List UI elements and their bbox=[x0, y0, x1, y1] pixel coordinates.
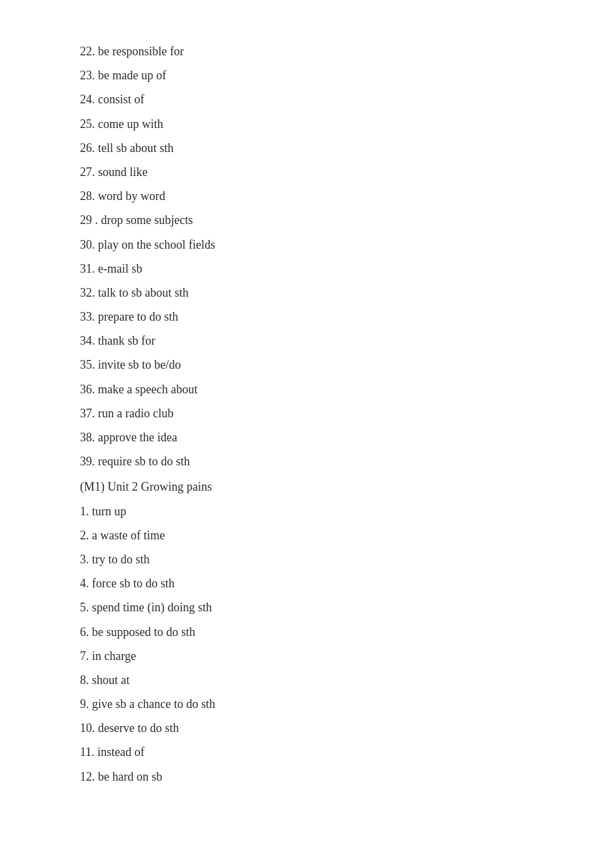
item-22: 22. be responsible for bbox=[80, 40, 560, 63]
item-35: 35. invite sb to be/do bbox=[80, 353, 560, 376]
item-8: 8. shout at bbox=[80, 669, 560, 691]
item-33: 33. prepare to do sth bbox=[80, 305, 560, 328]
main-content: 22. be responsible for23. be made up of2… bbox=[0, 0, 613, 829]
item-38: 38. approve the idea bbox=[80, 426, 560, 449]
item-6: 6. be supposed to do sth bbox=[80, 621, 560, 643]
item-34: 34. thank sb for bbox=[80, 329, 560, 352]
item-9: 9. give sb a chance to do sth bbox=[80, 693, 560, 715]
item-3: 3. try to do sth bbox=[80, 548, 560, 571]
item-31: 31. e-mail sb bbox=[80, 257, 560, 280]
item-12: 12. be hard on sb bbox=[80, 765, 560, 788]
item-7: 7. in charge bbox=[80, 645, 560, 667]
item-5: 5. spend time (in) doing sth bbox=[80, 596, 560, 619]
item-2: 2. a waste of time bbox=[80, 524, 560, 547]
item-37: 37. run a radio club bbox=[80, 402, 560, 425]
section-m1u2: (M1) Unit 2 Growing pains bbox=[80, 475, 560, 498]
item-26: 26. tell sb about sth bbox=[80, 137, 560, 159]
item-11: 11. instead of bbox=[80, 741, 560, 763]
item-29: 29 . drop some subjects bbox=[80, 209, 560, 231]
item-25: 25. come up with bbox=[80, 113, 560, 135]
item-10: 10. deserve to do sth bbox=[80, 717, 560, 739]
item-28: 28. word by word bbox=[80, 185, 560, 207]
item-1: 1. turn up bbox=[80, 500, 560, 523]
item-24: 24. consist of bbox=[80, 88, 560, 111]
item-36: 36. make a speech about bbox=[80, 378, 560, 401]
item-27: 27. sound like bbox=[80, 161, 560, 183]
item-4: 4. force sb to do sth bbox=[80, 572, 560, 595]
item-39: 39. require sb to do sth bbox=[80, 450, 560, 473]
item-23: 23. be made up of bbox=[80, 64, 560, 87]
item-30: 30. play on the school fields bbox=[80, 233, 560, 256]
item-32: 32. talk to sb about sth bbox=[80, 281, 560, 304]
